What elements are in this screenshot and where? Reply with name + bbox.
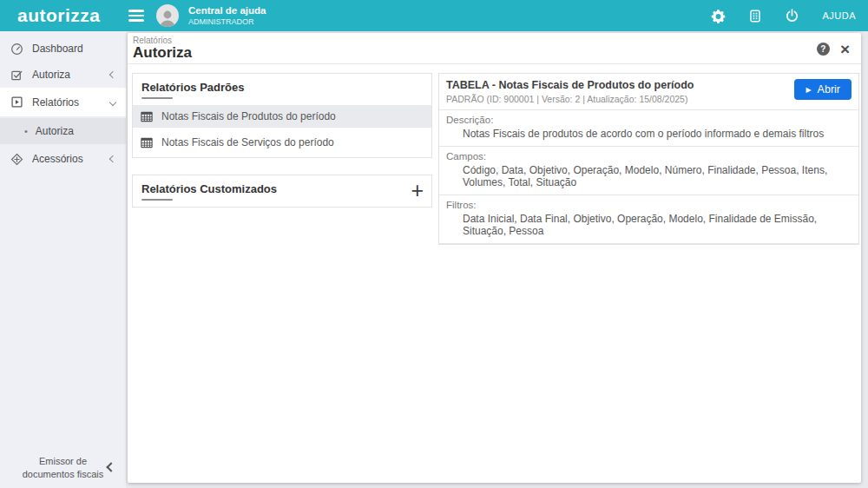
chevron-down-icon bbox=[109, 98, 116, 105]
checkbox-check-icon bbox=[10, 69, 23, 82]
description-section: Descrição: Notas Fiscais de produtos de … bbox=[439, 110, 858, 147]
report-detail-title: TABELA - Notas Fiscais de Produtos do pe… bbox=[446, 79, 852, 91]
report-item-label: Notas Fiscais de Serviços do período bbox=[161, 136, 334, 148]
standard-reports-title: Relatórios Padrões bbox=[141, 81, 423, 94]
user-role: ADMINISTRADOR bbox=[188, 17, 266, 27]
building-icon[interactable] bbox=[748, 9, 762, 23]
section-label: Campos: bbox=[439, 147, 858, 164]
report-item-produtos[interactable]: Notas Fiscais de Produtos do período bbox=[133, 105, 431, 128]
table-icon bbox=[140, 110, 154, 123]
report-detail-panel: TABELA - Notas Fiscais de Produtos do pe… bbox=[438, 73, 859, 245]
emitter-line2: documentos fiscais bbox=[0, 468, 126, 481]
table-icon bbox=[140, 136, 154, 149]
play-square-icon bbox=[10, 96, 23, 109]
power-icon[interactable] bbox=[785, 9, 799, 23]
title-underline bbox=[141, 97, 173, 99]
bullet-icon: • bbox=[24, 126, 28, 136]
report-detail-subtitle: PADRÃO (ID: 900001 | Versão: 2 | Atualiz… bbox=[446, 94, 852, 104]
report-item-servicos[interactable]: Notas Fiscais de Serviços do período bbox=[133, 131, 431, 154]
sidebar-subitem-autoriza[interactable]: • Autoriza bbox=[0, 118, 126, 144]
fields-section: Campos: Código, Data, Objetivo, Operação… bbox=[439, 147, 858, 195]
section-label: Filtros: bbox=[439, 195, 858, 213]
custom-reports-title: Relatórios Customizados bbox=[141, 182, 423, 195]
section-value: Notas Fiscais de produtos de acordo com … bbox=[439, 128, 858, 146]
report-item-label: Notas Fiscais de Produtos do período bbox=[161, 110, 336, 122]
diamond-plus-icon bbox=[10, 153, 23, 166]
standard-reports-panel: Relatórios Padrões Notas Fiscais de Prod… bbox=[132, 73, 432, 158]
sidebar-item-label: Autoriza bbox=[32, 69, 70, 81]
help-center-title: Central de ajuda bbox=[188, 4, 266, 16]
sidebar-item-autoriza[interactable]: Autoriza bbox=[0, 62, 126, 88]
close-icon[interactable]: × bbox=[840, 43, 850, 56]
page-header: Relatórios Autoriza ? × bbox=[128, 33, 861, 64]
user-avatar[interactable] bbox=[156, 4, 179, 27]
chevron-left-icon bbox=[109, 155, 116, 162]
gear-icon[interactable] bbox=[711, 9, 726, 23]
gauge-icon bbox=[10, 43, 23, 56]
sidebar-subitem-label: Autoriza bbox=[36, 125, 74, 137]
section-value: Data Inicial, Data Final, Objetivo, Oper… bbox=[439, 213, 858, 243]
sidebar: Dashboard Autoriza Relatórios • bbox=[0, 31, 126, 488]
sidebar-item-label: Relatórios bbox=[32, 96, 79, 109]
title-underline bbox=[141, 199, 173, 201]
section-label: Descrição: bbox=[439, 110, 858, 128]
main-card: Relatórios Autoriza ? × Relatórios Padrõ… bbox=[128, 33, 861, 483]
app-window: autorizza Central de ajuda ADMINISTRADOR bbox=[0, 0, 868, 488]
sidebar-item-label: Acessórios bbox=[32, 153, 83, 165]
sidebar-item-dashboard[interactable]: Dashboard bbox=[0, 36, 126, 62]
chevron-left-icon bbox=[109, 71, 116, 78]
open-report-button[interactable]: ▶ Abrir bbox=[794, 79, 852, 100]
add-custom-report-icon[interactable]: + bbox=[411, 177, 424, 203]
section-value: Código, Data, Objetivo, Operação, Modelo… bbox=[439, 164, 858, 195]
play-icon: ▶ bbox=[806, 86, 811, 94]
person-icon bbox=[157, 8, 178, 27]
open-button-label: Abrir bbox=[818, 83, 840, 96]
filters-section: Filtros: Data Inicial, Data Final, Objet… bbox=[439, 195, 858, 244]
top-header: autorizza Central de ajuda ADMINISTRADOR bbox=[0, 0, 868, 31]
ajuda-link[interactable]: AJUDA bbox=[822, 10, 856, 21]
sidebar-footer: Emissor de documentos fiscais bbox=[0, 455, 126, 481]
brand-logo: autorizza bbox=[17, 5, 115, 26]
sidebar-item-acessorios[interactable]: Acessórios bbox=[0, 146, 126, 172]
topbar-actions: AJUDA bbox=[711, 9, 856, 23]
page-title: Autoriza bbox=[133, 44, 854, 62]
help-center-user[interactable]: Central de ajuda ADMINISTRADOR bbox=[188, 4, 266, 27]
custom-reports-panel: Relatórios Customizados + bbox=[132, 175, 432, 208]
sidebar-item-label: Dashboard bbox=[32, 43, 83, 55]
sidebar-item-relatorios[interactable]: Relatórios bbox=[0, 88, 126, 116]
help-icon[interactable]: ? bbox=[817, 43, 830, 56]
hamburger-menu-icon[interactable] bbox=[128, 7, 146, 24]
